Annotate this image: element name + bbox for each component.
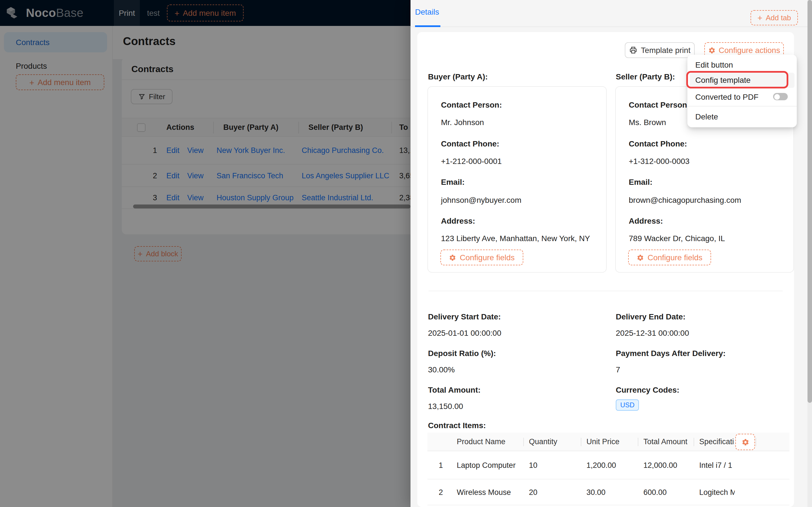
subtable-configure-columns-button[interactable]	[735, 434, 755, 450]
currency-badge: USD	[616, 399, 639, 411]
spec-cell: Logitech M	[699, 488, 735, 496]
field-label: Contact Phone:	[441, 139, 499, 148]
configure-fields-label: Configure fields	[648, 253, 703, 262]
template-print-button[interactable]: Template print	[625, 42, 695, 58]
seller-section-label: Seller (Party B):	[616, 72, 675, 81]
field-value: 123 Liberty Ave, Manhattan, New York, NY	[441, 234, 590, 243]
product-cell: Laptop Computer	[457, 461, 516, 469]
subtable-header-row: Product Name Quantity Unit Price Total A…	[427, 433, 790, 451]
field-value: 7	[616, 365, 620, 374]
column-separator	[523, 438, 524, 446]
unit-price-cell: 1,200.00	[587, 461, 616, 469]
field-label: Currency Codes:	[616, 385, 679, 394]
subcol-specification: Specification	[699, 438, 734, 446]
menu-item-delete[interactable]: Delete	[690, 109, 795, 124]
field-label: Address:	[629, 216, 663, 225]
column-separator	[638, 438, 638, 446]
subcol-unit-price: Unit Price	[587, 438, 619, 446]
column-separator	[694, 438, 694, 446]
field-label: Total Amount:	[428, 385, 481, 394]
field-value: johnson@nybuyer.com	[441, 195, 521, 205]
product-cell: Wireless Mouse	[457, 488, 511, 496]
field-label: Contact Phone:	[629, 139, 687, 148]
field-label: Email:	[441, 177, 465, 186]
configure-fields-button[interactable]: Configure fields	[628, 249, 711, 265]
column-separator	[581, 438, 581, 446]
column-separator	[756, 438, 756, 446]
configure-fields-button[interactable]: Configure fields	[441, 249, 523, 265]
field-label: Delivery Start Date:	[428, 312, 501, 321]
field-value: +1-312-000-0003	[629, 157, 690, 166]
field-label: Deposit Ratio (%):	[428, 349, 496, 358]
contract-items-label: Contract Items:	[428, 421, 486, 430]
config-template-highlight	[686, 71, 788, 89]
subcol-product: Product Name	[457, 438, 506, 446]
row-index: 2	[439, 488, 443, 496]
quantity-cell: 10	[529, 461, 538, 469]
field-label: Contact Person:	[629, 100, 690, 109]
drawer-mask[interactable]	[0, 0, 410, 507]
buyer-card: Contact Person: Mr. Johnson Contact Phon…	[427, 86, 607, 273]
add-tab-button[interactable]: + Add tab	[751, 10, 798, 25]
configure-actions-menu: Edit button Config template Converted to…	[688, 55, 797, 127]
gear-icon	[637, 254, 644, 261]
section-divider	[428, 291, 783, 291]
quantity-cell: 20	[529, 488, 538, 496]
converted-to-pdf-toggle[interactable]	[773, 93, 788, 100]
configure-actions-label: Configure actions	[719, 46, 780, 55]
field-label: Email:	[629, 177, 652, 186]
field-label: Delivery End Date:	[616, 312, 686, 321]
toggle-knob	[774, 94, 779, 100]
row-index: 1	[439, 461, 443, 469]
printer-icon	[629, 46, 637, 54]
drawer-tab-bar: Details + Add tab	[410, 0, 812, 27]
buyer-section-label: Buyer (Party A):	[428, 72, 488, 81]
unit-price-cell: 30.00	[587, 488, 606, 496]
menu-item-edit-button[interactable]: Edit button	[690, 57, 795, 72]
field-value: 789 Wacker Dr, Chicago, IL	[629, 234, 725, 243]
active-tab-indicator	[415, 25, 441, 27]
total-cell: 12,000.00	[644, 461, 677, 469]
spec-cell: Intel i7 / 1	[699, 461, 735, 469]
app-window: NocoBase Print test + Add menu item Cont…	[0, 0, 812, 507]
total-cell: 600.00	[644, 488, 667, 496]
field-value: 13,150.00	[428, 402, 463, 411]
field-label: Address:	[441, 216, 475, 225]
gear-icon	[449, 254, 456, 261]
drawer-scrollbar-thumb[interactable]	[808, 0, 812, 403]
field-value: +1-212-000-0001	[441, 157, 502, 166]
gear-icon	[708, 47, 715, 54]
subtable-row: 1 Laptop Computer 10 1,200.00 12,000.00 …	[427, 451, 790, 480]
field-value: Ms. Brown	[629, 118, 666, 127]
field-value: 30.00%	[428, 365, 455, 374]
configure-fields-label: Configure fields	[460, 253, 515, 262]
tab-details[interactable]: Details	[415, 7, 439, 16]
menu-divider	[688, 106, 797, 107]
subcol-quantity: Quantity	[529, 438, 557, 446]
field-value: 2025-01-01 00:00:00	[428, 328, 501, 337]
subtable-row: 2 Wireless Mouse 20 30.00 600.00 Logitec…	[427, 480, 790, 505]
plus-icon: +	[757, 13, 762, 22]
field-value: Mr. Johnson	[441, 118, 484, 127]
template-print-label: Template print	[641, 46, 691, 55]
field-value: 2025-12-31 00:00:00	[616, 328, 689, 337]
field-label: Contact Person:	[441, 100, 502, 109]
field-value: brown@chicagopurchasing.com	[629, 195, 741, 205]
field-label: Payment Days After Delivery:	[616, 349, 726, 358]
add-tab-label: Add tab	[766, 13, 791, 22]
subcol-total-amount: Total Amount	[644, 438, 688, 446]
